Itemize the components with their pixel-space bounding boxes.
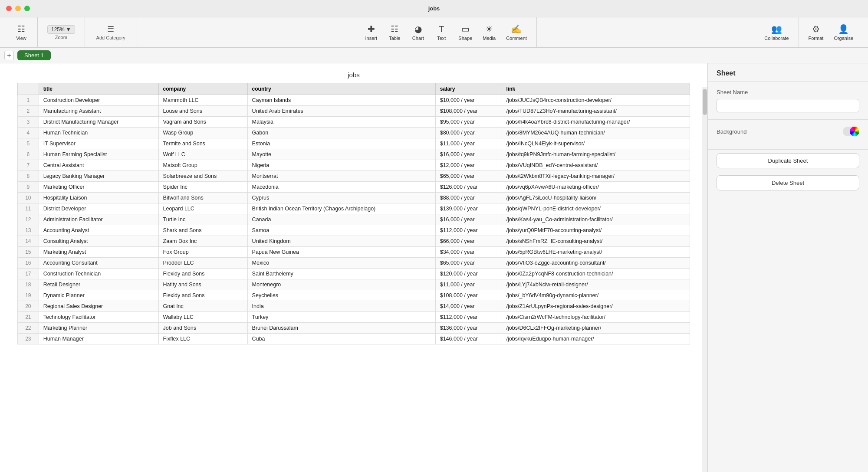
table-cell[interactable]: Human Technician: [39, 128, 158, 138]
table-cell[interactable]: $66,000 / year: [435, 236, 502, 247]
table-cell[interactable]: Turtle Inc: [158, 214, 247, 225]
col-header-title[interactable]: title: [39, 83, 158, 95]
table-cell[interactable]: $112,000 / year: [435, 312, 502, 323]
table-cell[interactable]: Zaam Dox Inc: [158, 236, 247, 247]
format-button[interactable]: ⚙ Format: [804, 21, 828, 43]
table-cell[interactable]: /jobs/yurQ0PMtF70-accounting-analyst/: [502, 225, 690, 236]
table-cell[interactable]: $10,000 / year: [435, 95, 502, 106]
table-cell[interactable]: $34,000 / year: [435, 247, 502, 258]
table-cell[interactable]: Job and Sons: [158, 323, 247, 334]
table-container[interactable]: title company country salary link 1Const…: [0, 83, 707, 468]
table-cell[interactable]: /jobs/AgFL7siLocU-hospitality-liaison/: [502, 193, 690, 203]
table-cell[interactable]: Papua New Guinea: [247, 247, 435, 258]
table-cell[interactable]: Mexico: [247, 258, 435, 269]
table-cell[interactable]: /jobs/8MYM26e4AUQ-human-technician/: [502, 128, 690, 138]
table-cell[interactable]: United Arab Emirates: [247, 106, 435, 117]
table-cell[interactable]: $11,000 / year: [435, 279, 502, 290]
table-cell[interactable]: Macedonia: [247, 182, 435, 193]
table-cell[interactable]: Hospitality Liaison: [39, 193, 158, 203]
table-cell[interactable]: Dynamic Planner: [39, 290, 158, 301]
shape-button[interactable]: ▭ Shape: [454, 21, 477, 43]
table-cell[interactable]: IT Supervisor: [39, 138, 158, 149]
table-cell[interactable]: Administration Facilitator: [39, 214, 158, 225]
insert-button[interactable]: ✚ Insert: [360, 21, 382, 43]
table-cell[interactable]: Estonia: [247, 138, 435, 149]
table-cell[interactable]: Vagram and Sons: [158, 117, 247, 128]
table-cell[interactable]: Construction Developer: [39, 95, 158, 106]
table-cell[interactable]: $14,000 / year: [435, 301, 502, 312]
table-cell[interactable]: British Indian Ocean Territory (Chagos A…: [247, 203, 435, 214]
table-cell[interactable]: Manufacturing Assistant: [39, 106, 158, 117]
table-cell[interactable]: Gnat Inc: [158, 301, 247, 312]
table-cell[interactable]: $88,000 / year: [435, 193, 502, 203]
table-cell[interactable]: Marketing Analyst: [39, 247, 158, 258]
table-cell[interactable]: Prodder LLC: [158, 258, 247, 269]
table-cell[interactable]: Marketing Planner: [39, 323, 158, 334]
table-cell[interactable]: $126,000 / year: [435, 182, 502, 193]
table-cell[interactable]: /jobs/h4k4oaYbre8-district-manufacturing…: [502, 117, 690, 128]
table-cell[interactable]: $136,000 / year: [435, 323, 502, 334]
table-cell[interactable]: /jobs/vq6pXAvwA6U-marketing-officer/: [502, 182, 690, 193]
table-cell[interactable]: Cyprus: [247, 193, 435, 203]
table-cell[interactable]: District Manufacturing Manager: [39, 117, 158, 128]
table-cell[interactable]: Malaysia: [247, 117, 435, 128]
table-cell[interactable]: /jobs/_bY6dV4m90g-dynamic-planner/: [502, 290, 690, 301]
table-cell[interactable]: Mayotte: [247, 149, 435, 160]
table-cell[interactable]: Retail Designer: [39, 279, 158, 290]
table-cell[interactable]: /jobs/tq9kPN9Jmfc-human-farming-speciali…: [502, 149, 690, 160]
table-cell[interactable]: Leopard LLC: [158, 203, 247, 214]
table-cell[interactable]: $16,000 / year: [435, 214, 502, 225]
duplicate-sheet-button[interactable]: Duplicate Sheet: [717, 153, 859, 168]
table-cell[interactable]: Marketing Officer: [39, 182, 158, 193]
close-button[interactable]: [6, 6, 12, 11]
collaborate-button[interactable]: 👥 Collaborate: [760, 21, 793, 43]
table-cell[interactable]: /jobs/JUCJsQB4rcc-construction-developer…: [502, 95, 690, 106]
table-cell[interactable]: Flexidy and Sons: [158, 269, 247, 279]
table-cell[interactable]: $146,000 / year: [435, 334, 502, 344]
table-cell[interactable]: /jobs/D6CLx2IFFOg-marketing-planner/: [502, 323, 690, 334]
table-cell[interactable]: Hatity and Sons: [158, 279, 247, 290]
table-cell[interactable]: Regional Sales Designer: [39, 301, 158, 312]
scroll-thumb[interactable]: [703, 89, 707, 115]
table-cell[interactable]: /jobs/0Za2pYcqNF8-construction-technicia…: [502, 269, 690, 279]
table-cell[interactable]: Fixflex LLC: [158, 334, 247, 344]
table-cell[interactable]: United Kingdom: [247, 236, 435, 247]
add-sheet-button[interactable]: +: [4, 51, 14, 60]
table-cell[interactable]: District Developer: [39, 203, 158, 214]
zoom-button[interactable]: 125% ▼: [47, 25, 75, 34]
scrollbar[interactable]: [702, 87, 707, 472]
table-cell[interactable]: $108,000 / year: [435, 106, 502, 117]
table-cell[interactable]: $65,000 / year: [435, 258, 502, 269]
table-cell[interactable]: Legacy Banking Manager: [39, 171, 158, 182]
add-category-button[interactable]: ☰ Add Category: [90, 22, 132, 43]
table-cell[interactable]: /jobs/t2Wkbm8TXil-legacy-banking-manager…: [502, 171, 690, 182]
table-cell[interactable]: Samoa: [247, 225, 435, 236]
table-cell[interactable]: $11,000 / year: [435, 138, 502, 149]
table-cell[interactable]: $120,000 / year: [435, 269, 502, 279]
table-cell[interactable]: /jobs/Z1ArULpynPs-regional-sales-designe…: [502, 301, 690, 312]
sheet-tab-1[interactable]: Sheet 1: [17, 50, 51, 60]
table-cell[interactable]: Accounting Analyst: [39, 225, 158, 236]
table-cell[interactable]: /jobs/VUqINDB_edY-central-assistant/: [502, 160, 690, 171]
table-cell[interactable]: Consulting Analyst: [39, 236, 158, 247]
table-cell[interactable]: $112,000 / year: [435, 225, 502, 236]
col-header-salary[interactable]: salary: [435, 83, 502, 95]
table-cell[interactable]: /jobs/qWPNYL-pohE-district-developer/: [502, 203, 690, 214]
table-cell[interactable]: Brunei Darussalam: [247, 323, 435, 334]
table-cell[interactable]: Wolf LLC: [158, 149, 247, 160]
sheet-name-input[interactable]: [717, 99, 859, 112]
table-cell[interactable]: Solarbreeze and Sons: [158, 171, 247, 182]
table-button[interactable]: ☷ Table: [384, 21, 405, 43]
table-cell[interactable]: $108,000 / year: [435, 290, 502, 301]
minimize-button[interactable]: [15, 6, 21, 11]
table-cell[interactable]: Turkey: [247, 312, 435, 323]
table-cell[interactable]: $139,000 / year: [435, 203, 502, 214]
table-cell[interactable]: Cuba: [247, 334, 435, 344]
table-cell[interactable]: Matsoft Group: [158, 160, 247, 171]
table-cell[interactable]: Technology Facilitator: [39, 312, 158, 323]
col-header-link[interactable]: link: [502, 83, 690, 95]
col-header-company[interactable]: company: [158, 83, 247, 95]
chart-button[interactable]: ◕ Chart: [407, 21, 429, 43]
table-cell[interactable]: Wasp Group: [158, 128, 247, 138]
table-cell[interactable]: /jobs/INcQLN4Elyk-it-supervisor/: [502, 138, 690, 149]
